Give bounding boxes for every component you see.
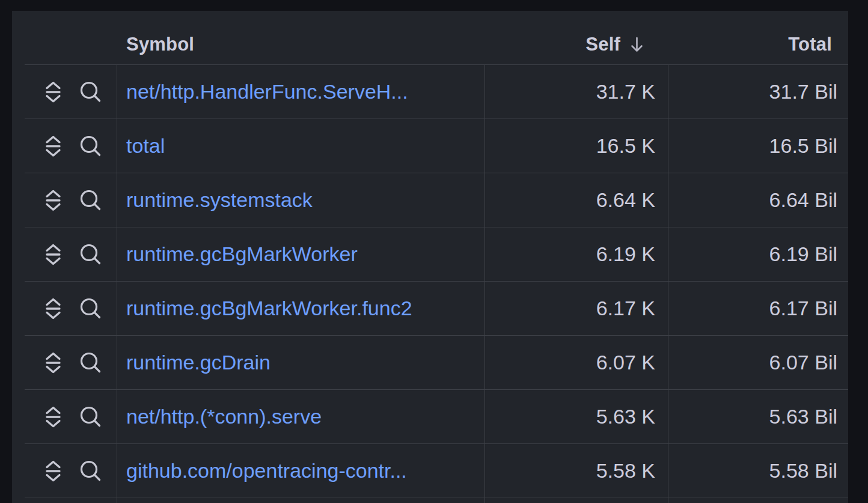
total-value: 16.5 Bil bbox=[769, 134, 837, 158]
symbol-link[interactable]: runtime.gcBgMarkWorker bbox=[126, 242, 358, 266]
self-value: 16.5 K bbox=[596, 134, 655, 158]
search-icon bbox=[79, 351, 102, 374]
sandwich-view-icon bbox=[45, 406, 61, 428]
total-value: 31.7 Bil bbox=[769, 80, 837, 103]
total-cell: 6.17 Bil bbox=[668, 282, 848, 335]
total-cell: 5.58 Bil bbox=[668, 444, 848, 498]
search-icon bbox=[79, 243, 102, 265]
table-body: net/http.HandlerFunc.ServeH... 31.7 K 31… bbox=[25, 65, 848, 498]
total-value: 6.64 Bil bbox=[769, 188, 837, 212]
table-row: runtime.gcDrain 6.07 K 6.07 Bil bbox=[25, 336, 848, 390]
total-column-label: Total bbox=[788, 34, 832, 55]
search-icon bbox=[79, 460, 102, 482]
symbol-link[interactable]: net/http.HandlerFunc.ServeH... bbox=[126, 80, 408, 103]
column-header-self[interactable]: Self bbox=[485, 34, 668, 55]
search-icon bbox=[79, 189, 102, 211]
table-row: runtime.gcBgMarkWorker.func2 6.17 K 6.17… bbox=[25, 282, 848, 336]
self-cell: 6.64 K bbox=[485, 173, 668, 227]
table-row-partial bbox=[25, 498, 848, 503]
total-cell: 16.5 Bil bbox=[668, 119, 848, 173]
sandwich-view-icon bbox=[45, 460, 61, 483]
search-button[interactable] bbox=[79, 351, 102, 374]
table-row: net/http.HandlerFunc.ServeH... 31.7 K 31… bbox=[25, 65, 848, 119]
row-actions-cell bbox=[25, 336, 117, 389]
row-actions-cell bbox=[25, 65, 117, 119]
search-icon bbox=[79, 406, 102, 428]
self-cell: 31.7 K bbox=[485, 65, 668, 119]
sandwich-view-button[interactable] bbox=[45, 135, 61, 158]
arrow-down-icon bbox=[629, 36, 644, 53]
total-value: 6.07 Bil bbox=[769, 351, 837, 374]
symbol-cell: runtime.gcDrain bbox=[117, 336, 485, 389]
self-value: 5.63 K bbox=[596, 405, 655, 428]
row-actions-cell bbox=[25, 227, 117, 281]
symbol-link[interactable]: total bbox=[126, 134, 165, 158]
symbol-cell: github.com/opentracing-contr... bbox=[117, 444, 485, 498]
symbol-column-label: Symbol bbox=[126, 34, 194, 55]
self-value: 5.58 K bbox=[596, 459, 655, 483]
self-cell: 5.58 K bbox=[485, 444, 668, 498]
search-button[interactable] bbox=[79, 460, 102, 482]
self-column-label: Self bbox=[585, 34, 620, 55]
search-button[interactable] bbox=[79, 297, 102, 319]
total-value: 6.17 Bil bbox=[769, 297, 837, 320]
self-cell: 6.17 K bbox=[485, 282, 668, 335]
symbol-cell: total bbox=[117, 119, 485, 173]
total-cell: 5.63 Bil bbox=[668, 390, 848, 443]
sandwich-view-icon bbox=[45, 81, 61, 103]
sandwich-view-button[interactable] bbox=[45, 81, 61, 103]
symbol-link[interactable]: net/http.(*conn).serve bbox=[126, 405, 322, 428]
sandwich-view-icon bbox=[45, 189, 61, 212]
sandwich-view-button[interactable] bbox=[45, 297, 61, 320]
sandwich-view-icon bbox=[45, 297, 61, 320]
row-actions-cell bbox=[25, 282, 117, 335]
total-cell: 6.19 Bil bbox=[668, 227, 848, 281]
sandwich-view-button[interactable] bbox=[45, 243, 61, 266]
search-button[interactable] bbox=[79, 135, 102, 157]
column-header-total[interactable]: Total bbox=[668, 34, 848, 55]
table-row: runtime.systemstack 6.64 K 6.64 Bil bbox=[25, 173, 848, 227]
search-button[interactable] bbox=[79, 189, 102, 211]
self-value: 6.07 K bbox=[596, 351, 655, 374]
self-cell: 6.19 K bbox=[485, 227, 668, 281]
total-cell: 6.64 Bil bbox=[668, 173, 848, 227]
table-row: runtime.gcBgMarkWorker 6.19 K 6.19 Bil bbox=[25, 227, 848, 282]
symbol-link[interactable]: runtime.gcDrain bbox=[126, 351, 270, 374]
symbol-link[interactable]: runtime.systemstack bbox=[126, 188, 313, 212]
symbol-cell: net/http.(*conn).serve bbox=[117, 390, 485, 443]
table-row: net/http.(*conn).serve 5.63 K 5.63 Bil bbox=[25, 390, 848, 444]
self-value: 6.17 K bbox=[596, 297, 655, 320]
symbol-link[interactable]: runtime.gcBgMarkWorker.func2 bbox=[126, 297, 412, 320]
total-value: 5.58 Bil bbox=[769, 459, 837, 483]
symbol-cell: net/http.HandlerFunc.ServeH... bbox=[117, 65, 485, 119]
search-icon bbox=[79, 297, 102, 319]
sandwich-view-icon bbox=[45, 351, 61, 374]
symbol-link[interactable]: github.com/opentracing-contr... bbox=[126, 459, 407, 483]
search-button[interactable] bbox=[79, 406, 102, 428]
total-cell: 6.07 Bil bbox=[668, 336, 848, 389]
row-actions-cell bbox=[25, 119, 117, 173]
search-button[interactable] bbox=[79, 81, 102, 103]
search-button[interactable] bbox=[79, 243, 102, 265]
top-table-panel: Symbol Self Total bbox=[12, 11, 848, 503]
self-value: 6.64 K bbox=[596, 188, 655, 212]
sandwich-view-button[interactable] bbox=[45, 406, 61, 428]
sandwich-view-button[interactable] bbox=[45, 351, 61, 374]
search-icon bbox=[79, 81, 102, 103]
total-value: 6.19 Bil bbox=[769, 242, 837, 266]
symbol-cell: runtime.systemstack bbox=[117, 173, 485, 227]
row-actions-cell bbox=[25, 444, 117, 498]
self-value: 31.7 K bbox=[596, 80, 655, 103]
total-cell: 31.7 Bil bbox=[668, 65, 848, 119]
sandwich-view-button[interactable] bbox=[45, 460, 61, 483]
self-cell: 16.5 K bbox=[485, 119, 668, 173]
total-value: 5.63 Bil bbox=[769, 405, 837, 428]
symbol-cell: runtime.gcBgMarkWorker.func2 bbox=[117, 282, 485, 335]
row-actions-cell bbox=[25, 173, 117, 227]
table-row: total 16.5 K 16.5 Bil bbox=[25, 119, 848, 173]
sandwich-view-icon bbox=[45, 135, 61, 158]
sandwich-view-button[interactable] bbox=[45, 189, 61, 212]
table-header-row: Symbol Self Total bbox=[25, 11, 848, 65]
column-header-symbol[interactable]: Symbol bbox=[117, 34, 485, 55]
symbol-cell: runtime.gcBgMarkWorker bbox=[117, 227, 485, 281]
